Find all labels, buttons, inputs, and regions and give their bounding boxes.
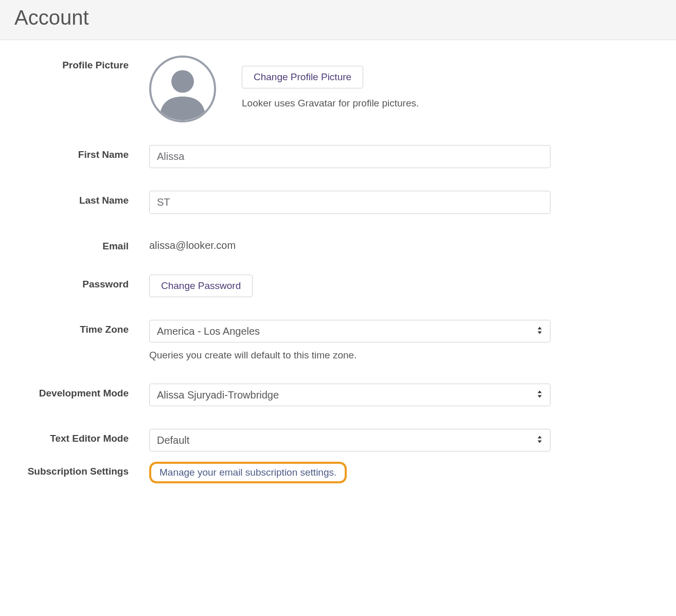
page-header: Account — [0, 0, 676, 40]
time-zone-help: Queries you create will default to this … — [149, 350, 550, 361]
row-password: Password Change Password — [15, 275, 661, 297]
row-subscription-settings: Subscription Settings Manage your email … — [15, 462, 661, 483]
profile-picture-help: Looker uses Gravatar for profile picture… — [242, 98, 419, 109]
label-email: Email — [15, 237, 149, 252]
email-value: alissa@looker.com — [149, 237, 550, 251]
development-mode-select[interactable]: Alissa Sjuryadi-Trowbridge — [149, 384, 550, 406]
svg-point-0 — [171, 70, 194, 93]
row-email: Email alissa@looker.com — [15, 237, 661, 252]
account-form: Profile Picture Change Profile Picture L… — [0, 40, 676, 504]
text-editor-mode-select[interactable]: Default — [149, 429, 550, 451]
label-password: Password — [15, 275, 149, 290]
change-profile-picture-button[interactable]: Change Profile Picture — [242, 66, 363, 88]
person-icon — [151, 58, 214, 120]
row-development-mode: Development Mode Alissa Sjuryadi-Trowbri… — [15, 384, 661, 406]
time-zone-select[interactable]: America - Los Angeles — [149, 320, 550, 342]
row-time-zone: Time Zone America - Los Angeles Queries … — [15, 320, 661, 361]
row-first-name: First Name — [15, 145, 661, 168]
label-subscription-settings: Subscription Settings — [15, 462, 149, 477]
avatar — [149, 56, 216, 122]
label-time-zone: Time Zone — [15, 320, 149, 335]
row-profile-picture: Profile Picture Change Profile Picture L… — [15, 56, 661, 122]
row-last-name: Last Name — [15, 191, 661, 214]
manage-subscription-link[interactable]: Manage your email subscription settings. — [159, 467, 336, 478]
row-text-editor-mode: Text Editor Mode Default — [15, 429, 661, 451]
label-last-name: Last Name — [15, 191, 149, 206]
label-first-name: First Name — [15, 145, 149, 160]
change-password-button[interactable]: Change Password — [149, 275, 253, 297]
first-name-input[interactable] — [149, 145, 550, 168]
label-profile-picture: Profile Picture — [15, 56, 149, 71]
label-development-mode: Development Mode — [15, 384, 149, 399]
subscription-link-highlight: Manage your email subscription settings. — [149, 462, 347, 483]
label-text-editor-mode: Text Editor Mode — [15, 429, 149, 444]
last-name-input[interactable] — [149, 191, 550, 214]
page-title: Account — [14, 6, 662, 29]
